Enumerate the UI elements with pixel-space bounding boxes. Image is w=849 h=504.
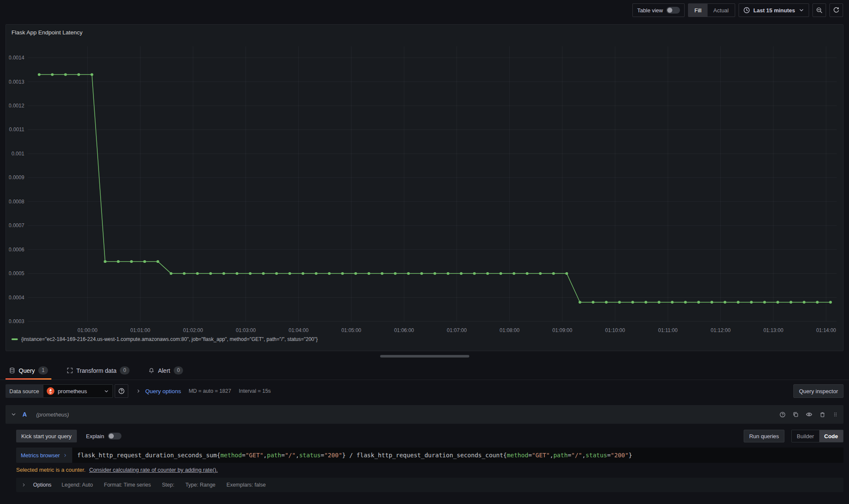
query-token: , [296,452,299,459]
tab-transform-data[interactable]: Transform data 0 [63,361,133,380]
duplicate-icon[interactable] [793,411,799,418]
query-token: = [568,452,571,459]
timeseries-panel: Flask App Endpoint Latency 0.00140.00130… [6,24,843,351]
query-token: path [553,452,568,459]
svg-text:0.0005: 0.0005 [9,270,25,276]
trash-icon[interactable] [819,411,826,418]
svg-text:01:14:00: 01:14:00 [816,327,836,333]
code-mode-option[interactable]: Code [819,430,843,442]
tab-query-count: 1 [38,366,48,374]
builder-mode-option[interactable]: Builder [792,430,819,442]
zoom-out-button[interactable] [812,3,826,17]
tab-query[interactable]: Query 1 [6,361,51,380]
angle-right-icon [63,453,68,458]
svg-text:01:05:00: 01:05:00 [341,327,361,333]
query-token: flask_http_request_duration_seconds_sum{ [77,452,220,459]
bell-icon [148,367,155,374]
query-token: "GET" [532,452,550,459]
svg-text:0.0011: 0.0011 [9,127,24,132]
query-options-interval: Interval = 15s [239,388,271,394]
query-token: = [242,452,245,459]
svg-text:0.0009: 0.0009 [9,175,25,180]
table-view-toggle[interactable] [666,7,680,14]
help-circle-icon[interactable] [779,411,786,418]
transform-icon [67,367,73,374]
tab-alert-label: Alert [158,367,170,374]
query-token: , [550,452,553,459]
svg-text:0.0006: 0.0006 [9,247,25,253]
explain-toggle[interactable] [108,433,121,439]
query-datasource-hint: (prometheus) [36,411,69,418]
table-view-label: Table view [637,7,663,14]
tab-query-label: Query [19,367,35,374]
svg-text:0.0004: 0.0004 [9,295,25,301]
prometheus-logo-icon [47,387,54,395]
query-token: "/" [285,452,296,459]
option-summary-item: Step: [162,482,174,488]
query-options-toggle[interactable]: Query options [136,388,181,394]
query-inspector-button[interactable]: Query inspector [793,384,843,398]
legend-series-mark [11,338,18,340]
refresh-button[interactable] [829,3,843,17]
query-options-md: MD = auto = 1827 [189,388,231,394]
warning-rate-link[interactable]: Consider calculating rate of counter by … [89,467,218,473]
svg-text:01:09:00: 01:09:00 [553,327,573,333]
tab-transform-label: Transform data [76,367,116,374]
metrics-browser-button[interactable]: Metrics browser [16,448,72,463]
chevron-down-icon [798,7,804,13]
run-queries-button[interactable]: Run queries [744,430,784,442]
query-token: method [220,452,242,459]
query-row-actions [779,411,838,418]
time-range-label: Last 15 minutes [753,7,795,14]
options-expand-icon[interactable] [21,482,26,487]
kick-start-query-button[interactable]: Kick start your query [16,430,77,442]
query-ref-id[interactable]: A [23,411,27,418]
collapse-chevron-icon[interactable] [11,411,17,417]
query-token: = [281,452,285,459]
query-options-summary-row: Options Legend: AutoFormat: Time seriesS… [16,478,843,492]
options-summary-items: Legend: AutoFormat: Time seriesStep:Type… [62,482,266,488]
clock-icon [743,7,750,14]
counter-warning: Selected metric is a counter. Consider c… [16,467,843,473]
fill-option[interactable]: Fill [688,4,708,17]
svg-text:0.0007: 0.0007 [9,222,25,228]
eye-icon[interactable] [806,411,812,418]
svg-text:0.0008: 0.0008 [9,199,25,205]
grafana-panel-editor: Table view Fill Actual Last 15 minutes [0,0,849,504]
panel-title: Flask App Endpoint Latency [6,25,843,40]
option-summary-item: Format: Time series [104,482,151,488]
latency-chart[interactable]: 0.00140.00130.00120.00110.0010.00090.000… [9,40,840,338]
legend-series-label[interactable]: {instance="ec2-184-169-216-224.us-west-1… [21,336,318,342]
query-token: status [299,452,321,459]
svg-text:0.0013: 0.0013 [9,79,25,85]
actual-option[interactable]: Actual [708,4,735,17]
metrics-browser-label: Metrics browser [21,452,60,459]
query-token: , [582,452,585,459]
options-label: Options [33,482,51,488]
query-token: } / flask_http_request_duration_seconds_… [342,452,507,459]
svg-text:01:04:00: 01:04:00 [288,327,308,333]
query-token: method [507,452,528,459]
tab-alert[interactable]: Alert 0 [145,361,186,380]
query-token: = [321,452,324,459]
time-range-picker[interactable]: Last 15 minutes [739,3,809,17]
svg-text:01:08:00: 01:08:00 [499,327,519,333]
panel-resize-handle[interactable] [380,355,469,358]
datasource-help-button[interactable] [115,384,128,398]
query-token: = [607,452,610,459]
database-icon [9,367,15,374]
drag-handle-icon[interactable] [832,411,838,417]
svg-text:01:07:00: 01:07:00 [447,327,467,333]
refresh-icon [833,7,840,14]
svg-text:01:01:00: 01:01:00 [130,327,150,333]
option-summary-item: Exemplars: false [226,482,265,488]
chevron-down-icon [104,389,109,394]
query-row-header: A (prometheus) [6,405,843,424]
query-token: path [267,452,282,459]
help-circle-icon [118,388,125,394]
svg-text:01:12:00: 01:12:00 [711,327,731,333]
promql-query-input[interactable]: flask_http_request_duration_seconds_sum{… [72,448,843,463]
option-summary-item: Legend: Auto [62,482,93,488]
datasource-select[interactable]: prometheus [43,384,113,398]
query-token: } [629,452,632,459]
